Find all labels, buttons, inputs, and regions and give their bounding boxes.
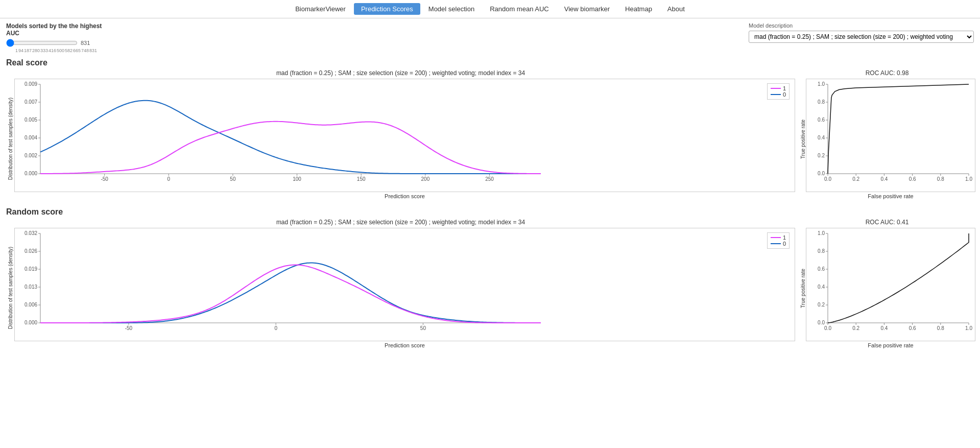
nav-view-biomarker[interactable]: View biomarker <box>557 3 617 15</box>
real-density-title: mad (fraction = 0.25) ; SAM ; size selec… <box>6 69 795 77</box>
real-roc-chart-wrap: ROC AUC: 0.98 True positive rate False p… <box>800 69 974 199</box>
real-density-legend: 1 0 <box>767 83 790 100</box>
random-density-x-label: Prediction score <box>14 342 795 348</box>
real-density-y-label: Distribution of test samples (density) <box>8 98 13 180</box>
real-roc-title: ROC AUC: 0.98 <box>800 69 974 77</box>
legend-line-1 <box>771 88 781 89</box>
real-density-x-label: Prediction score <box>14 193 795 199</box>
slider-section: Models sorted by the the highest AUC 831… <box>6 22 108 53</box>
random-roc-title: ROC AUC: 0.41 <box>800 219 974 226</box>
nav-model-selection[interactable]: Model selection <box>421 3 482 15</box>
real-density-chart-wrap: mad (fraction = 0.25) ; SAM ; size selec… <box>6 69 795 199</box>
slider-value-display: 831 <box>81 40 90 46</box>
random-legend-item-1: 1 <box>771 234 786 241</box>
random-roc-y-label: True positive rate <box>800 269 806 308</box>
nav-heatmap[interactable]: Heatmap <box>618 3 659 15</box>
main-content: Models sorted by the the highest AUC 831… <box>0 18 980 361</box>
controls-row: Models sorted by the the highest AUC 831… <box>6 22 974 53</box>
random-density-chart-wrap: mad (fraction = 0.25) ; SAM ; size selec… <box>6 219 795 348</box>
random-legend-line-1 <box>771 237 781 238</box>
random-score-header: Random score <box>6 207 974 217</box>
legend-item-1: 1 <box>771 85 786 91</box>
slider-title: Models sorted by the the highest AUC <box>6 22 108 37</box>
model-description-section: Model description mad (fraction = 0.25) … <box>749 22 974 43</box>
real-roc-y-label: True positive rate <box>800 120 806 159</box>
real-roc-x-label: False positive rate <box>806 193 975 199</box>
legend-line-0 <box>771 94 781 95</box>
real-score-header: Real score <box>6 58 974 67</box>
random-legend-line-0 <box>771 243 781 244</box>
real-score-chart-row: mad (fraction = 0.25) ; SAM ; size selec… <box>6 69 974 199</box>
real-density-chart: 1 0 <box>14 79 795 192</box>
random-density-chart: 1 0 <box>14 228 795 341</box>
nav-about[interactable]: About <box>660 3 692 15</box>
model-description-select[interactable]: mad (fraction = 0.25) ; SAM ; size selec… <box>749 31 974 43</box>
random-density-legend: 1 0 <box>767 232 790 249</box>
slider-container: 831 <box>6 39 108 47</box>
navigation-bar: BiomarkerViewer Prediction Scores Model … <box>0 0 980 18</box>
slider-ticks: 1 94 187 280 333 416 500 582 665 748 831 <box>15 48 97 53</box>
random-density-y-label: Distribution of test samples (density) <box>8 247 13 329</box>
random-score-chart-row: mad (fraction = 0.25) ; SAM ; size selec… <box>6 219 974 348</box>
random-density-title: mad (fraction = 0.25) ; SAM ; size selec… <box>6 219 795 226</box>
model-slider[interactable] <box>6 39 78 47</box>
random-roc-x-label: False positive rate <box>806 342 975 348</box>
nav-random-mean-auc[interactable]: Random mean AUC <box>483 3 556 15</box>
model-description-label: Model description <box>749 22 793 29</box>
nav-biomarker-viewer[interactable]: BiomarkerViewer <box>288 3 353 15</box>
random-roc-chart-wrap: ROC AUC: 0.41 True positive rate False p… <box>800 219 974 348</box>
nav-prediction-scores[interactable]: Prediction Scores <box>354 3 420 15</box>
legend-item-0: 0 <box>771 91 786 98</box>
random-roc-chart <box>806 228 975 341</box>
random-legend-item-0: 0 <box>771 241 786 247</box>
real-roc-chart <box>806 79 975 192</box>
